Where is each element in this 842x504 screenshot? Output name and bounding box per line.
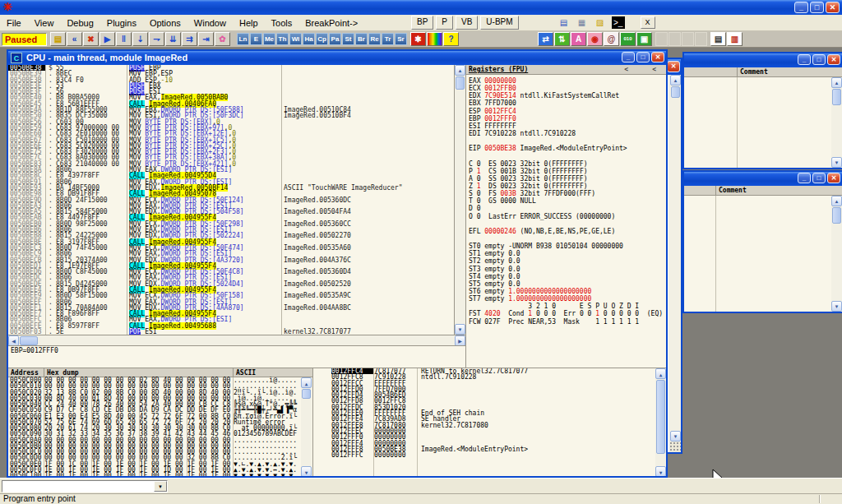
scroll-down-icon[interactable]: ▼: [831, 157, 842, 168]
register-line[interactable]: EIP 0050BE38 ImageRed.<ModuleEntryPoint>: [469, 145, 666, 152]
scroll-thumb[interactable]: [20, 336, 38, 345]
registers-pane[interactable]: Registers (FPU) < < EAX 00000000ECX 0012…: [465, 65, 666, 368]
register-line[interactable]: C 0 ES 0023 32bit 0(FFFFFFFF): [469, 160, 666, 168]
dump-row[interactable]: 0050C1001F 00 1F 00 1F 00 1F 00 1F 00 1F…: [8, 473, 312, 476]
scroll-up-icon[interactable]: ▲: [455, 65, 465, 76]
maximize-button[interactable]: □: [812, 173, 826, 183]
combo-dropdown-icon[interactable]: ▼: [154, 481, 167, 492]
step-into-icon[interactable]: ⇣: [132, 32, 148, 46]
register-line[interactable]: ST1 empty 0.0: [469, 250, 666, 257]
scroll-thumb[interactable]: [656, 380, 665, 454]
registers-header[interactable]: Registers (FPU) < <: [466, 65, 666, 75]
toolbar-view-cp[interactable]: Cp: [316, 33, 328, 45]
comment-column-header[interactable]: Comment: [740, 68, 768, 76]
main-titlebar[interactable]: ✳ _ □ ✕: [0, 0, 842, 15]
maximize-button[interactable]: □: [636, 52, 650, 62]
run-to-return-icon[interactable]: ⇥: [198, 32, 214, 46]
disasm-row[interactable]: 0050BEFE.E8 8597F8FFCALL ImageRed.004956…: [8, 323, 454, 329]
appearance-rainbow-icon[interactable]: [427, 32, 442, 46]
menu-button-vb[interactable]: VB: [456, 16, 478, 30]
menu-item-tools[interactable]: Tools: [265, 16, 299, 30]
register-line[interactable]: D 0: [469, 205, 666, 212]
column-header[interactable]: Comment: [684, 186, 842, 196]
register-line[interactable]: EBP 0012FFF0: [469, 115, 666, 123]
scrollbar[interactable]: ▲ ▼: [831, 196, 842, 312]
register-line[interactable]: ST0 empty -UNORM B938 01050104 00000000: [469, 243, 666, 250]
disasm-row[interactable]: 0050BF03.5EPOP ESIkernel32.7C817077: [8, 329, 454, 335]
stack-row[interactable]: 0012FFC47C817077RETURN to kernel32.7C817…: [313, 368, 666, 374]
disasm-row[interactable]: 0050BE38$55PUSH EBP: [8, 65, 454, 71]
scroll-down-icon[interactable]: ▼: [455, 324, 465, 335]
record-icon[interactable]: ◉: [587, 32, 603, 46]
menu-button-u-bpm[interactable]: U-BPM: [480, 16, 518, 30]
menu-item-file[interactable]: File: [0, 16, 28, 30]
stack-pane[interactable]: 0012FFC47C817077RETURN to kernel32.7C817…: [312, 368, 666, 476]
side-window-top-titlebar[interactable]: _ □ ✕: [684, 53, 842, 67]
register-line[interactable]: ESP 0012FFC4: [469, 108, 666, 115]
menu-button-bp[interactable]: BP: [411, 16, 433, 30]
console-icon[interactable]: >_: [612, 16, 625, 29]
menu-close-button[interactable]: X: [641, 16, 655, 29]
register-line[interactable]: [469, 220, 666, 228]
help-icon[interactable]: ?: [443, 32, 459, 46]
side-window-top[interactable]: _ □ ✕ Comment ▲ ▼: [682, 52, 842, 169]
register-line[interactable]: ST6 empty 1.0000000000000000000: [469, 288, 666, 295]
stack-row[interactable]: 0012FFE87C817080kernel32.7C817080: [313, 423, 666, 428]
log-list-icon[interactable]: ▥: [727, 32, 743, 46]
animate-over-icon[interactable]: ⇉: [182, 32, 197, 46]
stack-vscrollbar[interactable]: ▲ ▼: [655, 368, 666, 476]
register-line[interactable]: EAX 00000000: [469, 77, 666, 85]
close-button[interactable]: ✕: [827, 173, 840, 183]
toolbar-view-sr[interactable]: Sr: [395, 33, 407, 45]
stack-row[interactable]: 0012FFF80050BE38ImageRed.<ModuleEntryPoi…: [313, 446, 666, 452]
scroll-up-icon[interactable]: ▲: [655, 368, 666, 379]
spiral-icon[interactable]: @: [604, 32, 619, 46]
stack-row[interactable]: 0012FFE47C839AD8SE handler: [313, 416, 666, 422]
register-line[interactable]: A 0 SS 0023 32bit 0(FFFFFFFF): [469, 175, 666, 183]
side-window-bottom-titlebar[interactable]: _ □ ✕: [684, 172, 842, 186]
toolbar-view-th[interactable]: Th: [276, 33, 289, 45]
disassembly-vscrollbar[interactable]: ▲ ▼: [455, 65, 465, 335]
breakpoint-list-icon[interactable]: ▤: [710, 32, 726, 46]
scroll-down-icon[interactable]: ▼: [831, 301, 842, 312]
toolbar-view-me[interactable]: Me: [263, 33, 275, 45]
menu-item-plugins[interactable]: Plugins: [100, 16, 143, 30]
hex-dump-vscrollbar[interactable]: ▲ ▼: [301, 377, 312, 476]
scroll-up-icon[interactable]: ▲: [831, 196, 842, 206]
close-program-icon[interactable]: ✖: [83, 32, 99, 46]
toolbar-view-br[interactable]: Br: [355, 33, 368, 45]
scrollbar[interactable]: ▲ ▼: [669, 75, 681, 442]
register-line[interactable]: S 0 FS 003B 32bit 7FFDF000(FFF): [469, 190, 666, 197]
toolbar-view-ha[interactable]: Ha: [303, 33, 315, 45]
animate-into-icon[interactable]: ⇊: [165, 32, 181, 46]
toolbar-view-e[interactable]: E: [250, 33, 262, 45]
register-line[interactable]: [469, 235, 666, 243]
stack-row[interactable]: 0012FFD07FFD7000: [313, 386, 666, 392]
comment-column-header[interactable]: Comment: [719, 187, 747, 194]
scroll-thumb[interactable]: [832, 207, 841, 224]
menu-item-view[interactable]: View: [28, 16, 61, 30]
register-line[interactable]: EDX 7C90E514 ntdll.KiFastSystemCallRet: [469, 92, 666, 99]
side-window-bottom[interactable]: _ □ ✕ Comment ▲ ▼: [682, 170, 842, 313]
stack-row[interactable]: 0012FFD48054B6ED: [313, 392, 666, 398]
scroll-up-icon[interactable]: ▲: [670, 75, 681, 86]
maximize-button[interactable]: □: [810, 2, 824, 13]
register-line[interactable]: [469, 137, 666, 145]
menu-button-p[interactable]: P: [436, 16, 453, 30]
register-line[interactable]: FST 4020 Cond 1 0 0 0 Err 0 0 1 0 0 0 0 …: [469, 310, 666, 317]
close-button[interactable]: ✕: [826, 2, 840, 13]
minimize-button[interactable]: _: [794, 2, 808, 13]
resize-grip[interactable]: [669, 442, 681, 452]
minimize-button[interactable]: _: [798, 54, 811, 65]
register-line[interactable]: EBX 7FFD7000: [469, 99, 666, 107]
close-icon[interactable]: ✕: [667, 61, 680, 72]
stack-row[interactable]: 0012FFCCFFFFFFFF: [313, 381, 666, 386]
menu-item-window[interactable]: Window: [187, 16, 233, 30]
scroll-up-icon[interactable]: ▲: [301, 377, 312, 388]
swap-panes-icon[interactable]: ⇄: [538, 32, 553, 46]
register-line[interactable]: ST4 empty 0.0: [469, 273, 666, 280]
window-icon[interactable]: ▣: [636, 32, 652, 46]
scroll-down-icon[interactable]: ▼: [655, 466, 666, 476]
stack-row[interactable]: 0012FFE0FFFFFFFFEnd of SEH chain: [313, 410, 666, 416]
stack-row[interactable]: 0012FFD80012FFC8: [313, 398, 666, 404]
